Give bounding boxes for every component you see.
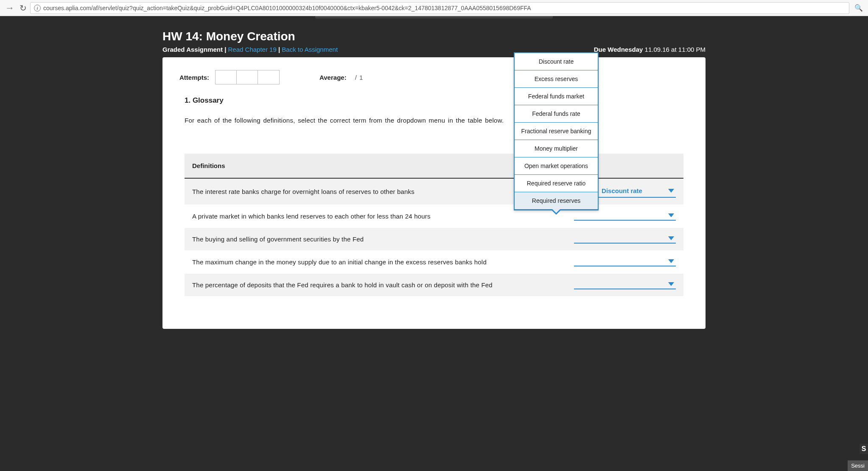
chevron-down-icon (668, 213, 674, 217)
chevron-down-icon (668, 236, 674, 240)
term-dropdown[interactable] (574, 280, 676, 289)
due-date: Due Wednesday 11.09.16 at 11:00 PM (594, 46, 706, 53)
average-value: / 1 (355, 74, 364, 81)
attempt-box-1[interactable] (216, 70, 237, 84)
page-background: HW 14: Money Creation Graded Assignment … (0, 16, 868, 471)
dropdown-option[interactable]: Required reserve ratio (515, 175, 598, 192)
table-row: The buying and selling of government sec… (185, 228, 683, 251)
dropdown-popup[interactable]: Discount rateExcess reservesFederal fund… (514, 52, 599, 210)
session-tab[interactable]: Sessi (848, 460, 868, 471)
url-text: courses.aplia.com/af/servlet/quiz?quiz_a… (43, 5, 531, 11)
question-instruction: For each of the following definitions, s… (185, 117, 689, 124)
dropdown-option[interactable]: Open market operations (515, 157, 598, 175)
average-label: Average: (319, 74, 347, 81)
back-to-assignment-link[interactable]: Back to Assignment (282, 46, 338, 53)
attempt-box-2[interactable] (237, 70, 258, 84)
dropdown-option[interactable]: Federal funds rate (515, 105, 598, 123)
assignment-title: HW 14: Money Creation (162, 21, 706, 46)
tab-shadow (315, 16, 553, 20)
attempt-box-3[interactable] (258, 70, 279, 84)
read-chapter-link[interactable]: Read Chapter 19 (228, 46, 277, 53)
graded-label: Graded Assignment (162, 46, 223, 53)
dropdown-option[interactable]: Excess reserves (515, 70, 598, 88)
zoom-icon[interactable]: 🔍 (853, 4, 865, 12)
site-info-icon[interactable]: i (34, 5, 41, 11)
browser-toolbar: → ↻ i courses.aplia.com/af/servlet/quiz?… (0, 0, 868, 16)
term-dropdown[interactable] (574, 258, 676, 266)
dropdown-option[interactable]: Money multiplier (515, 140, 598, 157)
chevron-down-icon (668, 282, 674, 286)
term-dropdown[interactable] (574, 212, 676, 221)
url-bar[interactable]: i courses.aplia.com/af/servlet/quiz?quiz… (30, 2, 849, 14)
forward-button[interactable]: → (3, 3, 16, 14)
dropdown-option[interactable]: Required reserves (515, 192, 598, 210)
attempt-boxes (215, 70, 280, 84)
definition-text: A private market in which banks lend res… (192, 213, 574, 220)
dropdown-option[interactable]: Federal funds market (515, 88, 598, 105)
subheader-left: Graded Assignment | Read Chapter 19 | Ba… (162, 46, 338, 53)
dropdown-option[interactable]: Fractional reserve banking (515, 123, 598, 140)
side-tab[interactable]: S (860, 444, 868, 454)
definitions-header: Definitions (185, 154, 683, 179)
question-heading: 1. Glossary (185, 96, 689, 105)
definitions-table: Definitions The interest rate banks char… (185, 154, 683, 297)
attempts-label: Attempts: (179, 74, 209, 81)
dropdown-option[interactable]: Discount rate (515, 53, 598, 70)
definition-text: The maximum change in the money supply d… (192, 258, 574, 266)
attempts-row: Attempts: Average: / 1 (179, 70, 689, 84)
table-row: The percentage of deposits that the Fed … (185, 274, 683, 297)
definition-text: The percentage of deposits that the Fed … (192, 281, 574, 289)
reload-button[interactable]: ↻ (20, 3, 27, 13)
definition-text: The buying and selling of government sec… (192, 236, 574, 243)
table-row: A private market in which banks lend res… (185, 205, 683, 228)
table-row: The maximum change in the money supply d… (185, 251, 683, 274)
table-row: The interest rate banks charge for overn… (185, 179, 683, 205)
term-dropdown[interactable] (574, 235, 676, 244)
content-card: Discount rateExcess reservesFederal fund… (162, 57, 706, 329)
chevron-down-icon (668, 259, 674, 263)
assignment-subheader: Graded Assignment | Read Chapter 19 | Ba… (162, 46, 706, 57)
chevron-down-icon (668, 189, 674, 193)
